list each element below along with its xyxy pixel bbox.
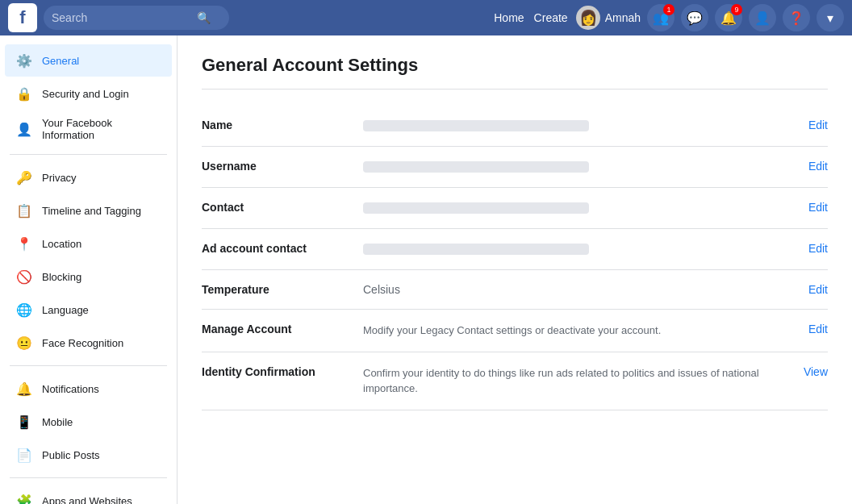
label-manage-account: Manage Account	[202, 323, 363, 335]
sidebar-item-notifications[interactable]: 🔔 Notifications	[5, 373, 172, 405]
sidebar-label-apps-websites: Apps and Websites	[42, 495, 132, 505]
sidebar-item-location[interactable]: 📍 Location	[5, 227, 172, 260]
value-manage-account: Modify your Legacy Contact settings or d…	[363, 323, 808, 339]
nav-right: 👩 Amnah 👥 1 💬 🔔 9 👤 ❓ ▾	[576, 4, 844, 31]
sidebar-section-notifications: 🔔 Notifications 📱 Mobile 📄 Public Posts	[0, 373, 177, 471]
label-ad-contact: Ad account contact	[202, 242, 363, 255]
nav-home[interactable]: Home	[494, 11, 524, 24]
edit-contact-link[interactable]: Edit	[808, 201, 828, 214]
public-posts-icon: 📄	[15, 445, 34, 464]
block-icon: 🚫	[15, 267, 34, 286]
notifications-badge: 9	[731, 4, 742, 15]
find-friends-button[interactable]: 👤	[749, 4, 776, 31]
edit-username-link[interactable]: Edit	[808, 160, 828, 173]
sidebar-label-mobile: Mobile	[42, 416, 73, 428]
settings-row-identity: Identity Confirmation Confirm your ident…	[202, 352, 828, 410]
sidebar-item-language[interactable]: 🌐 Language	[5, 294, 172, 326]
top-navigation: f 🔍 Home Create 👩 Amnah 👥 1 💬 🔔 9 👤 ❓ ▾	[0, 0, 852, 35]
settings-row-manage-account: Manage Account Modify your Legacy Contac…	[202, 310, 828, 352]
sidebar-item-security[interactable]: 🔒 Security and Login	[5, 77, 172, 110]
friend-requests-button[interactable]: 👥 1	[647, 4, 674, 31]
sidebar-label-face-recognition: Face Recognition	[42, 337, 123, 349]
label-identity: Identity Confirmation	[202, 365, 363, 378]
user-name: Amnah	[605, 11, 641, 24]
sidebar-section-apps: 🧩 Apps and Websites 🎮 Instant Games 💼 Bu…	[0, 485, 177, 504]
sidebar-label-general: General	[42, 55, 79, 67]
label-contact: Contact	[202, 201, 363, 214]
apps-icon: 🧩	[15, 491, 34, 504]
sidebar-section-account: ⚙️ General 🔒 Security and Login 👤 Your F…	[0, 44, 177, 148]
gear-icon: ⚙️	[15, 51, 34, 70]
value-contact	[363, 201, 808, 215]
view-identity-link[interactable]: View	[804, 365, 828, 378]
sidebar-section-privacy: 🔑 Privacy 📋 Timeline and Tagging 📍 Locat…	[0, 161, 177, 359]
sidebar-label-language: Language	[42, 304, 89, 316]
sidebar-item-face-recognition[interactable]: 😐 Face Recognition	[5, 327, 172, 359]
key-icon: 🔑	[15, 168, 34, 187]
sidebar-divider-2	[10, 365, 167, 366]
edit-ad-contact-link[interactable]: Edit	[808, 242, 828, 255]
main-content: General Account Settings Name Edit Usern…	[178, 35, 852, 504]
messenger-button[interactable]: 💬	[681, 4, 708, 31]
label-name: Name	[202, 119, 363, 131]
location-icon: 📍	[15, 234, 34, 253]
settings-row-contact: Contact Edit	[202, 188, 828, 229]
sidebar-divider-3	[10, 477, 167, 478]
help-button[interactable]: ❓	[783, 4, 810, 31]
value-identity: Confirm your identity to do things like …	[363, 365, 804, 397]
identity-text: Confirm your identity to do things like …	[363, 367, 759, 395]
value-username	[363, 160, 808, 174]
settings-row-ad-contact: Ad account contact Edit	[202, 229, 828, 270]
sidebar-item-general[interactable]: ⚙️ General	[5, 44, 172, 77]
sidebar-item-timeline[interactable]: 📋 Timeline and Tagging	[5, 194, 172, 227]
label-username: Username	[202, 160, 363, 173]
language-icon: 🌐	[15, 300, 34, 319]
sidebar-item-public-posts[interactable]: 📄 Public Posts	[5, 439, 172, 471]
blurred-contact-value	[363, 202, 589, 214]
sidebar-item-apps-websites[interactable]: 🧩 Apps and Websites	[5, 485, 172, 504]
search-bar[interactable]: 🔍	[44, 6, 229, 30]
facebook-info-icon: 👤	[15, 119, 34, 139]
sidebar-item-facebook-info[interactable]: 👤 Your Facebook Information	[5, 110, 172, 148]
timeline-icon: 📋	[15, 201, 34, 220]
user-profile-area[interactable]: 👩 Amnah	[576, 6, 641, 30]
avatar: 👩	[576, 6, 600, 30]
sidebar-item-blocking[interactable]: 🚫 Blocking	[5, 260, 172, 293]
sidebar-label-security: Security and Login	[42, 88, 129, 100]
account-menu-button[interactable]: ▾	[816, 4, 844, 31]
nav-create[interactable]: Create	[534, 11, 568, 24]
blurred-name-value	[363, 120, 589, 131]
value-temperature: Celsius	[363, 283, 808, 296]
edit-manage-account-link[interactable]: Edit	[808, 323, 828, 335]
sidebar-item-privacy[interactable]: 🔑 Privacy	[5, 161, 172, 194]
sidebar-label-privacy: Privacy	[42, 172, 77, 184]
sidebar-label-notifications: Notifications	[42, 383, 99, 395]
sidebar-item-mobile[interactable]: 📱 Mobile	[5, 406, 172, 438]
nav-center: Home Create	[494, 11, 567, 24]
lock-icon: 🔒	[15, 84, 34, 103]
sidebar-label-location: Location	[42, 238, 81, 250]
main-layout: ⚙️ General 🔒 Security and Login 👤 Your F…	[0, 35, 852, 504]
temperature-value: Celsius	[363, 283, 400, 296]
blurred-username-value	[363, 161, 589, 173]
edit-temperature-link[interactable]: Edit	[808, 283, 828, 296]
sidebar-divider-1	[10, 154, 167, 155]
edit-name-link[interactable]: Edit	[808, 119, 828, 131]
friend-requests-badge: 1	[663, 4, 674, 15]
facebook-logo: f	[8, 3, 37, 32]
settings-row-username: Username Edit	[202, 147, 828, 188]
search-icon: 🔍	[197, 11, 211, 24]
sidebar-label-blocking: Blocking	[42, 271, 81, 283]
search-input[interactable]	[52, 11, 197, 24]
settings-table: Name Edit Username Edit Contact	[202, 106, 828, 410]
face-icon: 😐	[15, 333, 34, 352]
sidebar-label-facebook-info: Your Facebook Information	[42, 117, 162, 141]
mobile-icon: 📱	[15, 412, 34, 431]
value-ad-contact	[363, 242, 808, 256]
notifications-button[interactable]: 🔔 9	[715, 4, 742, 31]
blurred-ad-contact-value	[363, 244, 589, 255]
value-name	[363, 119, 808, 133]
label-temperature: Temperature	[202, 283, 363, 296]
manage-account-text: Modify your Legacy Contact settings or d…	[363, 324, 661, 336]
sidebar-label-public-posts: Public Posts	[42, 449, 100, 461]
